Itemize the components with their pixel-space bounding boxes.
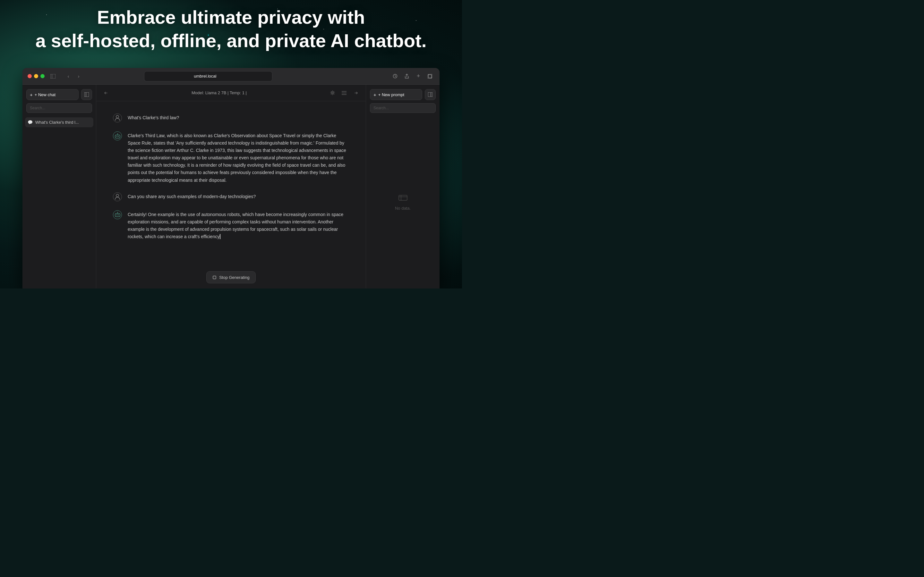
sidebar-left-header: + + New chat — [23, 85, 96, 103]
svg-rect-0 — [50, 74, 55, 79]
no-data-label: No data. — [395, 206, 411, 211]
chat-settings — [328, 89, 349, 97]
plus-icon-right: + — [373, 92, 376, 97]
user-avatar-2 — [113, 192, 123, 202]
stop-generating-button[interactable]: Stop Generating — [206, 271, 256, 284]
chat-topbar: Model: Llama 2 7B | Temp: 1 | — [96, 85, 366, 101]
chat-bubble-icon: 💬 — [27, 120, 33, 125]
sidebar-right-action-button[interactable] — [425, 89, 436, 100]
settings-icon-button[interactable] — [328, 89, 337, 97]
new-chat-label: + New chat — [35, 92, 55, 97]
svg-point-27 — [117, 212, 118, 212]
bot-avatar-2 — [113, 210, 123, 220]
model-info-text: Model: Llama 2 7B | Temp: 1 | — [192, 90, 247, 95]
message-user-2: Can you share any such examples of moder… — [103, 188, 359, 206]
svg-point-19 — [117, 133, 118, 134]
app-content: + + New chat 💬 What's Clarke's third l..… — [23, 85, 439, 288]
main-chat-area: Model: Llama 2 7B | Temp: 1 | — [96, 85, 366, 288]
collapse-left-button[interactable] — [102, 89, 110, 97]
svg-rect-16 — [116, 136, 118, 137]
plus-icon: + — [30, 92, 33, 97]
browser-window: ‹ › umbrel.local + — [23, 68, 439, 288]
svg-rect-25 — [118, 214, 119, 215]
history-button[interactable] — [391, 72, 400, 81]
menu-icon-button[interactable] — [339, 89, 349, 97]
browser-navigation: ‹ › — [64, 72, 83, 81]
no-data-icon — [399, 194, 407, 203]
chat-item-title: What's Clarke's third l... — [35, 120, 91, 125]
user-message-2-content: Can you share any such examples of moder… — [128, 192, 349, 202]
svg-rect-17 — [118, 136, 119, 137]
typing-cursor — [220, 234, 220, 239]
prompt-search-input[interactable] — [370, 103, 436, 113]
browser-actions: + — [391, 72, 435, 81]
bot-message-1-content: Clarke's Third Law, which is also known … — [128, 131, 349, 184]
sidebar-toggle[interactable] — [48, 72, 57, 81]
svg-rect-28 — [213, 276, 216, 279]
back-button[interactable]: ‹ — [64, 72, 73, 81]
bot-avatar-1 — [113, 131, 123, 141]
message-bot-1: Clarke's Third Law, which is also known … — [103, 127, 359, 188]
new-chat-button[interactable]: + + New chat — [26, 89, 79, 100]
model-info: Model: Llama 2 7B | Temp: 1 | — [113, 90, 325, 95]
message-bot-2: Certainly! One example is the use of aut… — [103, 206, 359, 244]
user-message-1-content: What's Clarke's third law? — [128, 113, 349, 123]
sidebar-left-search[interactable] — [23, 103, 96, 116]
new-prompt-button[interactable]: + + New prompt — [370, 89, 422, 100]
chat-list-item[interactable]: 💬 What's Clarke's third l... ✎ 🗑 — [25, 117, 94, 127]
new-tab-button[interactable]: + — [414, 72, 423, 81]
svg-rect-31 — [399, 195, 407, 200]
stop-btn-label: Stop Generating — [219, 275, 250, 280]
svg-rect-29 — [428, 92, 433, 97]
tabs-button[interactable] — [425, 72, 435, 81]
svg-rect-6 — [84, 92, 89, 97]
sidebar-right-search[interactable] — [366, 103, 439, 116]
address-bar[interactable]: umbrel.local — [144, 71, 272, 81]
sidebar-right: + + New prompt — [366, 85, 439, 288]
traffic-lights — [27, 74, 45, 78]
url-input[interactable]: umbrel.local — [144, 71, 272, 81]
stop-icon — [212, 276, 216, 279]
svg-point-22 — [116, 194, 119, 197]
user-icon-1 — [113, 113, 122, 122]
forward-button[interactable]: › — [74, 72, 83, 81]
share-button[interactable] — [402, 72, 411, 81]
svg-rect-23 — [115, 213, 120, 217]
close-button[interactable] — [27, 74, 32, 78]
bot-icon-2 — [113, 210, 122, 219]
browser-chrome: ‹ › umbrel.local + — [23, 68, 439, 85]
svg-point-14 — [116, 115, 119, 118]
bot-message-2-content: Certainly! One example is the use of aut… — [128, 210, 349, 240]
sidebar-right-header: + + New prompt — [366, 85, 439, 103]
new-prompt-label: + New prompt — [378, 92, 404, 97]
user-icon-2 — [113, 192, 122, 201]
fullscreen-button[interactable] — [40, 74, 45, 78]
message-user-1: What's Clarke's third law? — [103, 109, 359, 127]
messages-list: What's Clarke's third law? — [96, 101, 366, 266]
stop-generating-container: Stop Generating — [96, 266, 366, 288]
sidebar-left-action-button[interactable] — [81, 89, 92, 100]
no-data-section: No data. — [366, 116, 439, 288]
minimize-button[interactable] — [34, 74, 38, 78]
user-avatar-1 — [113, 113, 123, 123]
generating-text: Certainly! One example is the use of aut… — [128, 212, 343, 239]
chat-search-input[interactable] — [26, 103, 92, 113]
collapse-right-button[interactable] — [352, 89, 360, 97]
svg-rect-15 — [115, 135, 120, 138]
sidebar-left: + + New chat 💬 What's Clarke's third l..… — [23, 85, 96, 288]
bot-icon-1 — [113, 131, 122, 140]
svg-point-9 — [332, 92, 333, 93]
chat-list: 💬 What's Clarke's third l... ✎ 🗑 — [23, 116, 96, 288]
svg-rect-24 — [116, 214, 118, 215]
